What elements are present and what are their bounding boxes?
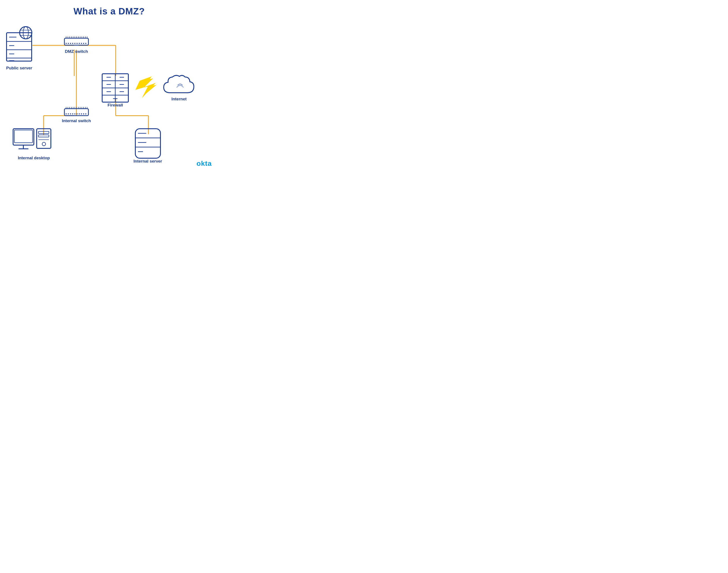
svg-point-83 xyxy=(79,113,80,114)
internet-cloud-icon xyxy=(164,75,194,93)
firewall-icon xyxy=(102,74,128,102)
svg-point-79 xyxy=(70,113,71,114)
dmz-switch-icon xyxy=(64,37,88,45)
svg-point-39 xyxy=(68,43,69,44)
okta-logo: okta xyxy=(196,159,212,168)
svg-rect-24 xyxy=(64,38,88,45)
svg-point-47 xyxy=(85,43,87,44)
svg-point-46 xyxy=(83,43,84,44)
page-title: What is a DMZ? xyxy=(0,0,218,16)
diagram-area: Public server DMZ switch Firewall Intern… xyxy=(0,17,218,172)
dmz-switch-label: DMZ switch xyxy=(65,49,88,54)
svg-point-77 xyxy=(66,113,67,114)
svg-point-44 xyxy=(79,43,80,44)
svg-point-40 xyxy=(70,43,71,44)
svg-point-86 xyxy=(85,113,87,114)
svg-point-84 xyxy=(81,113,82,114)
public-server-label: Public server xyxy=(6,66,32,70)
svg-point-81 xyxy=(75,113,76,114)
firewall-label: Firewall xyxy=(108,103,123,107)
svg-point-78 xyxy=(68,113,69,114)
internal-switch-label: Internal switch xyxy=(62,118,91,123)
svg-point-43 xyxy=(77,43,78,44)
svg-point-85 xyxy=(83,113,84,114)
internet-label: Internet xyxy=(172,97,187,101)
internal-desktop-label: Internal desktop xyxy=(18,156,50,160)
internal-server-icon xyxy=(135,129,160,158)
svg-point-45 xyxy=(81,43,82,44)
svg-point-42 xyxy=(75,43,76,44)
svg-point-41 xyxy=(72,43,74,44)
public-server-icon xyxy=(7,27,32,61)
svg-point-82 xyxy=(77,113,78,114)
internal-desktop-icon xyxy=(13,129,51,149)
svg-point-80 xyxy=(72,113,74,114)
internal-server-label: Internal server xyxy=(134,159,162,163)
svg-point-38 xyxy=(66,43,67,44)
svg-rect-88 xyxy=(14,130,33,143)
svg-point-95 xyxy=(42,142,46,146)
